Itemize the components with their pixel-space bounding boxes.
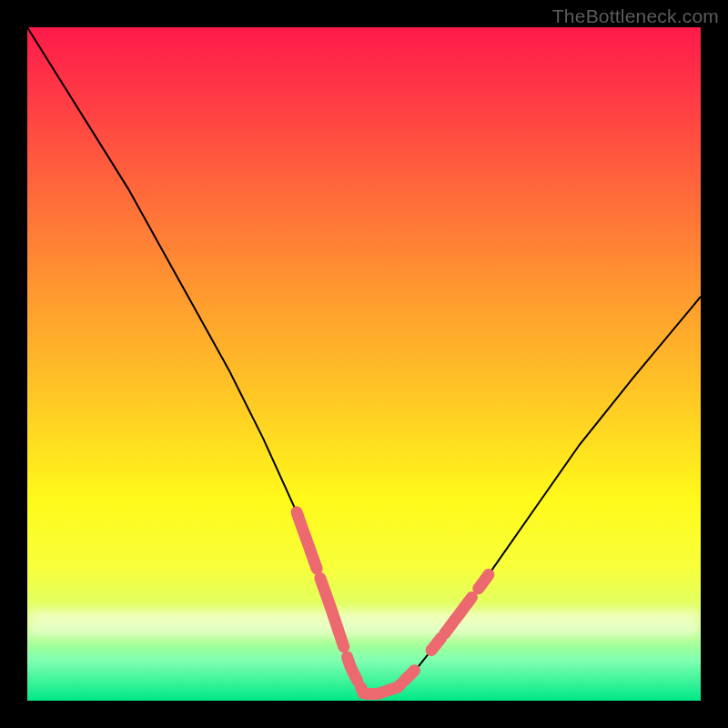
watermark-text: TheBottleneck.com (552, 5, 719, 27)
chart-plot (27, 27, 701, 701)
highlight-segment (404, 671, 414, 681)
highlight-segment (388, 684, 401, 691)
highlight-segment (431, 638, 441, 651)
bottleneck-curve (27, 27, 701, 694)
highlight-segment (360, 687, 384, 693)
highlight-segment (445, 598, 472, 634)
chart-frame (27, 27, 701, 701)
highlight-segment (320, 578, 344, 647)
highlight-segment (479, 575, 489, 589)
highlight-segment (348, 657, 358, 681)
highlight-segment (297, 512, 317, 569)
